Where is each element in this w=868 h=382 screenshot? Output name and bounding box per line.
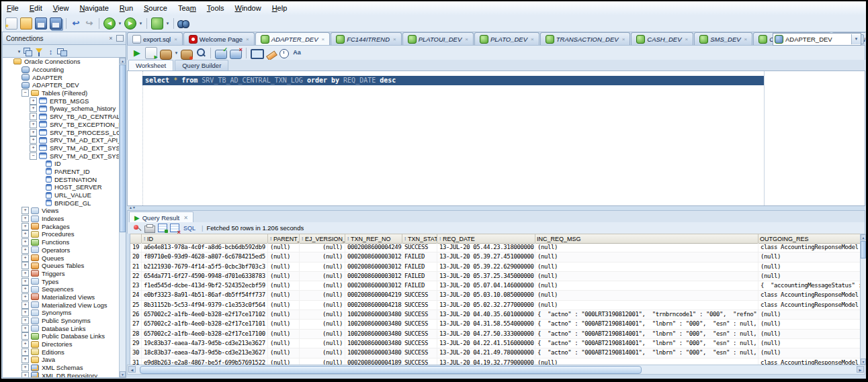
monitor-icon[interactable] [251,49,264,59]
refresh-icon[interactable] [23,47,33,57]
cell-txn_status[interactable]: FAILED [402,252,437,261]
cell-inc_req_msg[interactable]: (null) [535,272,758,281]
cell-ej_version_no[interactable]: (null) [300,252,345,261]
cell-id[interactable]: 18c83b37-eaea-4a73-9d5b-cd3e213e3627 [142,348,268,357]
column-header-parent_id[interactable]: ↕PARENT_ID [268,234,300,243]
cell-rownum[interactable]: 25 [130,301,142,309]
cell-parent_id[interactable]: (null) [268,339,300,348]
table-row[interactable]: 19a6e4e813-978a-4c0f-a8d6-bcb6db592db9(n… [130,243,861,252]
tree-item-sequences[interactable]: +Sequences [3,285,120,293]
chevron-down-icon[interactable]: ▼ [173,51,179,55]
grid-horizontal-scrollbar[interactable]: ◀ ▶ [127,365,865,375]
expand-icon[interactable]: + [21,348,29,356]
table-row[interactable]: 258b31152b-5c53-4f94-9379-c1e353c0f564(n… [130,301,861,310]
cell-parent_id[interactable]: (null) [268,281,300,290]
back-icon[interactable]: ◀ [103,17,116,30]
cell-req_date[interactable]: 13-JUL-20 04.22.41.516000000 PM [437,339,535,348]
cell-txn_ref_no[interactable]: 1002008600003480 [345,310,402,319]
close-icon[interactable]: × [622,36,625,42]
new-file-icon[interactable] [5,17,17,30]
cell-parent_id[interactable]: (null) [268,320,300,328]
tree-item-flyway-schema-history[interactable]: +flyway_schema_history [3,105,120,113]
sql-statement-line[interactable]: select * from SRV_TB_AD_CENTRAL_TXN_LOG … [142,76,764,85]
tree-item-adapter[interactable]: ADAPTER [3,73,120,81]
subtab-worksheet[interactable]: Worksheet [128,60,173,70]
cell-ej_version_no[interactable]: (null) [300,348,345,357]
binoculars-icon[interactable] [178,18,189,29]
table-row[interactable]: 26657002c2-a1fb-4ee0-b328-e2f17ce17102(n… [130,310,861,320]
expand-icon[interactable]: + [21,230,29,238]
expand-icon[interactable]: + [21,325,29,332]
tree-item-triggers[interactable]: +Triggers [3,270,120,278]
tree-item-database-links[interactable]: +Database Links [3,324,120,332]
save-icon[interactable] [35,17,47,30]
cell-rownum[interactable]: 30 [130,348,142,357]
tree-item-srv-tb-ad-central-txn-log[interactable]: +SRV_TB_AD_CENTRAL_TXN_LOG [3,113,120,121]
cell-rownum[interactable]: 21 [130,262,142,271]
save-all-icon[interactable] [50,17,62,30]
grid-scrollbar-thumb[interactable] [861,241,866,258]
tree-item-public-database-links[interactable]: +Public Database Links [3,332,120,340]
cell-outgoing_res[interactable]: class AccountingResponseModel ( [758,291,861,299]
cell-inc_req_msg[interactable]: { "actno" : "000ABT2190814001", "lnbrn" … [535,339,758,348]
cell-txn_status[interactable]: SUCCESS [402,339,437,348]
tree-item-parent-id[interactable]: PARENT_ID [3,168,120,176]
cell-id[interactable]: a6e4e813-978a-4c0f-a8d6-bcb6db592db9 [142,243,268,252]
expand-icon[interactable]: + [21,340,29,348]
tree-item-editions[interactable]: +Editions [3,348,120,356]
cell-rownum[interactable]: 28 [130,330,142,338]
cell-req_date[interactable]: 13-JUL-20 05.37.25.345000000 PM [437,272,535,281]
tree-item-materialized-view-logs[interactable]: +Materialized View Logs [3,301,120,309]
cell-ej_version_no[interactable]: (null) [300,320,345,328]
cell-req_date[interactable]: 13-JUL-20 04.40.35.601000000 PM [437,310,535,319]
cell-txn_ref_no[interactable]: 1002008600003480 [345,339,402,348]
cell-req_date[interactable]: 13-JUL-20 05.03.10.085000000 PM [437,291,535,299]
cell-inc_req_msg[interactable]: (null) [535,252,758,261]
close-icon[interactable]: × [174,36,177,42]
scroll-down-icon[interactable]: ▼ [861,359,866,365]
tab-transaction-dev[interactable]: TRANSACTION_DEV× [540,32,631,45]
tree-item-ertb-msgs[interactable]: +ERTB_MSGS [3,97,120,105]
expand-icon[interactable]: + [21,270,29,277]
cell-parent_id[interactable]: (null) [268,262,300,271]
expand-icon[interactable]: + [30,129,37,136]
expand-icon[interactable]: + [30,105,37,112]
close-icon[interactable]: × [246,36,249,42]
export-delete-icon[interactable] [170,224,179,232]
cell-inc_req_msg[interactable]: (null) [535,301,758,309]
cell-outgoing_res[interactable]: class AccountingResponseModel ( [758,243,861,252]
cell-parent_id[interactable]: (null) [268,330,300,338]
cell-txn_status[interactable]: SUCCESS [402,320,437,328]
filter-icon[interactable] [34,47,44,57]
cell-txn_ref_no[interactable]: 1002008600003480 [345,330,402,338]
cell-ej_version_no[interactable]: (null) [300,262,345,271]
expand-icon[interactable]: + [30,97,37,105]
collapse-icon[interactable]: − [21,89,29,97]
cell-req_date[interactable]: 13-JUL-20 05.02.32.277000000 PM [437,301,535,309]
menu-item-window[interactable]: Window [230,3,267,13]
cell-req_date[interactable]: 13-JUL-20 05.44.23.318000000 PM [437,243,535,252]
add-icon[interactable] [5,47,15,57]
expand-icon[interactable]: + [21,278,29,285]
close-icon[interactable]: × [744,36,748,42]
expand-icon[interactable]: + [30,136,37,144]
tree-item-xml-schemas[interactable]: +XML Schemas [3,364,120,372]
panel-minimize-icon[interactable] [116,35,124,42]
sort-icon[interactable]: ↕ [46,47,56,57]
expand-icon[interactable]: + [21,372,29,377]
cell-rownum[interactable]: 23 [130,281,142,290]
jar-red-icon[interactable] [181,50,193,60]
cell-txn_status[interactable]: FAILED [402,272,437,281]
magnifier-icon[interactable] [196,48,206,58]
tree-item-bridge-gl[interactable]: BRIDGE_GL [3,199,120,207]
cell-id[interactable]: 657002c2-a1fb-4ee0-b328-e2f17ce17101 [142,320,268,328]
menu-item-run[interactable]: Run [114,3,138,13]
print-icon[interactable] [144,226,155,233]
close-icon[interactable]: ✕ [183,215,188,221]
cell-inc_req_msg[interactable]: { "actno" : "000ABT2190814001", "lnbrn" … [535,348,758,357]
expand-icon[interactable]: + [21,223,29,230]
collapse-icon[interactable]: − [30,152,37,160]
cell-txn_status[interactable]: SUCCESS [402,330,437,338]
expand-icon[interactable]: + [21,317,29,324]
cell-id[interactable]: 657002c2-a1fb-4ee0-b328-e2f17ce17102 [142,310,268,319]
